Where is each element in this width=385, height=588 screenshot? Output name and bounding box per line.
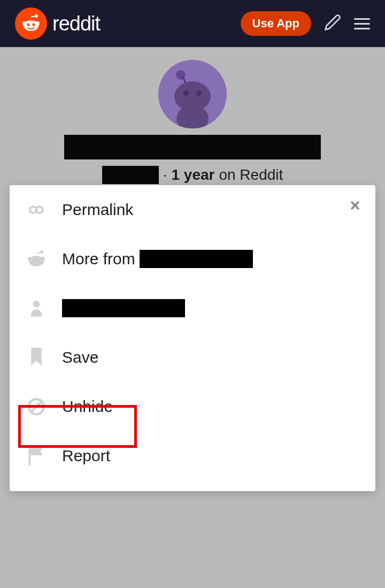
link-icon	[26, 199, 47, 220]
svg-line-22	[31, 401, 42, 412]
hamburger-menu-icon[interactable]	[354, 18, 370, 29]
logo-section[interactable]: reddit	[15, 7, 100, 40]
reddit-logo-icon	[15, 7, 47, 40]
app-header: reddit Use App	[0, 0, 385, 47]
svg-point-15	[36, 207, 43, 213]
redacted-subreddit	[140, 250, 253, 268]
context-menu: Permalink More from	[10, 185, 375, 491]
more-from-label: More from	[62, 250, 253, 268]
save-label: Save	[62, 348, 98, 366]
report-label: Report	[62, 447, 110, 465]
menu-item-profile[interactable]	[10, 284, 375, 333]
svg-point-18	[28, 257, 32, 261]
svg-point-4	[27, 24, 30, 26]
svg-point-19	[41, 257, 45, 261]
permalink-label: Permalink	[62, 201, 133, 219]
flag-icon	[26, 445, 47, 467]
brand-text: reddit	[52, 12, 100, 35]
menu-item-more-from[interactable]: More from	[10, 234, 375, 284]
person-icon	[26, 297, 47, 319]
svg-point-20	[33, 301, 40, 308]
svg-point-16	[40, 250, 43, 254]
menu-item-report[interactable]: Report	[10, 431, 375, 480]
reddit-icon	[26, 248, 47, 270]
menu-item-permalink[interactable]: Permalink	[10, 185, 375, 234]
menu-item-unhide[interactable]: Unhide	[10, 382, 375, 431]
use-app-button[interactable]: Use App	[241, 11, 311, 36]
bookmark-icon	[26, 347, 47, 368]
close-button[interactable]	[348, 198, 363, 215]
svg-point-2	[22, 21, 27, 26]
block-icon	[26, 396, 47, 417]
svg-point-3	[35, 21, 40, 26]
menu-item-save[interactable]: Save	[10, 333, 375, 382]
redacted-profile-name	[62, 299, 185, 317]
profile-label	[62, 299, 185, 317]
unhide-label: Unhide	[62, 398, 113, 416]
svg-rect-23	[29, 446, 31, 465]
svg-point-5	[33, 24, 35, 26]
edit-icon[interactable]	[324, 14, 341, 33]
header-actions: Use App	[241, 11, 370, 36]
